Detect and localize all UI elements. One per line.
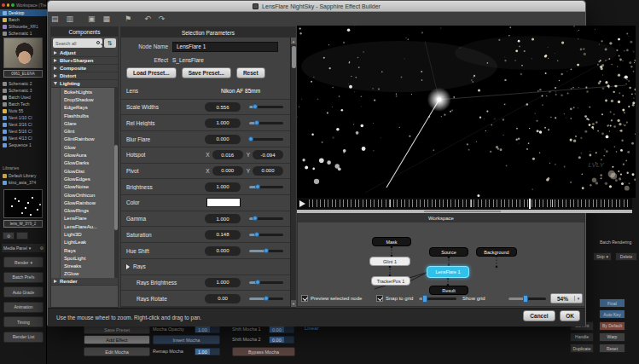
value-slider[interactable]: 0.00 xyxy=(269,336,294,344)
slider-handle[interactable] xyxy=(253,216,258,221)
play-button[interactable] xyxy=(299,200,305,207)
flag-icon[interactable]: ⚑ xyxy=(125,15,131,23)
component-glowedges[interactable]: GlowEdges xyxy=(61,175,118,182)
component-glare[interactable]: Glare xyxy=(61,119,118,127)
graph-node-mask[interactable]: Mask xyxy=(372,237,411,246)
component-lightleak[interactable]: LightLeak xyxy=(61,239,118,246)
slider-handle[interactable] xyxy=(264,296,269,301)
value-slider[interactable]: 1.00 xyxy=(195,326,220,333)
button-handle[interactable]: Handle xyxy=(570,332,594,342)
component-streaks[interactable]: Streaks xyxy=(61,263,118,270)
value-field[interactable]: 0.00 xyxy=(205,294,241,303)
open-icon[interactable]: ▥ xyxy=(67,15,74,23)
snap-to-grid-checkbox[interactable] xyxy=(376,295,383,302)
tree-item-batch-used[interactable]: Batch Used xyxy=(0,94,47,101)
component-glowrainbow[interactable]: GlowRainbow xyxy=(61,199,118,206)
tree-item-kino-asia-374[interactable]: kino_asia_374 xyxy=(0,179,47,186)
param-slider[interactable] xyxy=(249,138,283,141)
left-button-render-list[interactable]: Render List xyxy=(3,332,44,343)
category-adjust[interactable]: Adjust xyxy=(51,49,118,57)
category-lighting[interactable]: Lighting xyxy=(51,80,118,88)
slider-handle[interactable] xyxy=(523,295,528,303)
slider-handle[interactable] xyxy=(255,280,260,285)
value-field[interactable]: 1.000 xyxy=(205,118,241,128)
preview-selected-node-checkbox[interactable] xyxy=(301,295,308,302)
reset-button[interactable]: Reset xyxy=(236,67,265,78)
value-field[interactable]: 1.000 xyxy=(205,278,241,287)
button-bypass-mocha[interactable]: Bypass Mocha xyxy=(232,347,295,356)
timeline-scrubber[interactable] xyxy=(297,198,632,210)
tree-item-schematic-2[interactable]: Schematic 2 xyxy=(0,80,47,87)
node-graph[interactable]: MaskGlint 1TrackerPos 1SourceLensFlare 1… xyxy=(298,222,586,291)
graph-node-source[interactable]: Source xyxy=(429,247,468,257)
save-icon[interactable]: ▣ xyxy=(88,15,96,23)
y-value-field[interactable]: 0.000 xyxy=(253,166,283,176)
scrollbar-thumb[interactable] xyxy=(292,46,296,68)
component-glow[interactable]: Glow xyxy=(61,143,118,151)
param-slider[interactable] xyxy=(249,281,283,284)
preview-viewport[interactable]: LVLY xyxy=(297,26,636,198)
left-button-timing[interactable]: Timing xyxy=(3,316,44,327)
zoom-level-dropdown[interactable]: 54% ▾ xyxy=(550,293,583,303)
new-icon[interactable]: ▤ xyxy=(51,15,59,23)
media-panel-row[interactable]: Media Panel ▾ ⚙ xyxy=(2,244,45,252)
slider-handle[interactable] xyxy=(254,120,259,125)
button-duplicate[interactable]: Duplicate xyxy=(570,344,594,353)
tree-item-schematic-3[interactable]: Schematic 3 xyxy=(0,87,47,94)
value-field[interactable]: 0.000 xyxy=(205,135,241,144)
tree-item-batch-tech[interactable]: Batch Tech xyxy=(0,101,47,107)
scroll-up-icon[interactable]: ▲ xyxy=(291,38,296,44)
param-slider[interactable] xyxy=(249,217,283,220)
button-add-effect[interactable]: Add Effect xyxy=(84,335,150,344)
left-button-animation[interactable]: Animation xyxy=(3,302,44,313)
sort-button[interactable]: ⇅ xyxy=(104,38,116,48)
graph-node-lensflare-1[interactable]: LensFlare 1 xyxy=(427,266,469,278)
component-spotlight[interactable]: SpotLight xyxy=(61,254,118,262)
save-preset-button[interactable]: Save Preset... xyxy=(182,67,231,78)
param-slider[interactable] xyxy=(249,250,283,252)
component-glint[interactable]: Glint xyxy=(61,127,118,135)
value-slider[interactable]: 0.00 xyxy=(269,326,294,333)
left-button-render[interactable]: Render▾ xyxy=(3,257,44,268)
button-skip[interactable]: Skip▾ xyxy=(593,252,612,261)
left-button-auto-grade[interactable]: Auto Grade xyxy=(3,286,44,298)
component-bokehlights[interactable]: BokehLights xyxy=(61,88,118,95)
category-render[interactable]: Render xyxy=(51,278,118,286)
component-edgerays[interactable]: EdgeRays xyxy=(61,104,118,112)
param-slider[interactable] xyxy=(249,106,283,108)
button-delete[interactable]: Delete xyxy=(615,252,637,261)
save-as-icon[interactable]: ▦ xyxy=(103,15,111,23)
button-warp[interactable]: Warp xyxy=(599,332,625,342)
tree-item-schematic-1[interactable]: Schematic 1 xyxy=(0,30,47,37)
parameters-scrollbar[interactable]: ▲ ▼ xyxy=(290,38,295,307)
value-field[interactable]: 0.148 xyxy=(205,230,241,240)
slider-handle[interactable] xyxy=(422,295,427,303)
category-blur-sharpen[interactable]: Blur+Sharpen xyxy=(51,57,118,65)
component-glintrainbow[interactable]: GlintRainbow xyxy=(61,136,118,143)
clip-thumbnail-portrait[interactable] xyxy=(3,38,43,68)
slider-handle[interactable] xyxy=(248,136,253,142)
category-composite[interactable]: Composite xyxy=(51,65,118,72)
components-scrollbar[interactable] xyxy=(114,88,118,278)
undo-icon[interactable]: ↶ xyxy=(144,15,151,23)
value-field[interactable]: 0.000 xyxy=(205,246,241,256)
tree-item-next-1-10-cl[interactable]: Next 1/10 Cl xyxy=(0,114,47,121)
param-slider[interactable] xyxy=(249,122,283,124)
tree-item-desktop[interactable]: Desktop xyxy=(0,9,47,16)
value-slider[interactable]: 1.00 xyxy=(195,348,220,355)
component-lensflare[interactable]: LensFlare xyxy=(61,215,118,222)
button-auto-key[interactable]: Auto Key xyxy=(599,309,625,319)
component-glownoise[interactable]: GlowNoise xyxy=(61,183,118,191)
minimize-window-icon[interactable] xyxy=(7,3,10,7)
component-glowaura[interactable]: GlowAura xyxy=(61,151,118,159)
zoom-window-icon[interactable] xyxy=(11,3,15,7)
search-input[interactable]: Search all xyxy=(53,38,102,48)
zoom-slider[interactable] xyxy=(508,298,546,300)
color-swatch[interactable] xyxy=(206,198,241,207)
load-preset-button[interactable]: Load Preset... xyxy=(126,67,177,78)
component-lensflareau[interactable]: LensFlareAu... xyxy=(61,222,118,230)
component-light3d[interactable]: Light3D xyxy=(61,230,118,238)
empty-tab[interactable] xyxy=(16,232,28,240)
tree-item-sequence-1[interactable]: Sequence 1 xyxy=(0,142,47,148)
wrench-tab[interactable]: ⚙ xyxy=(3,232,15,240)
